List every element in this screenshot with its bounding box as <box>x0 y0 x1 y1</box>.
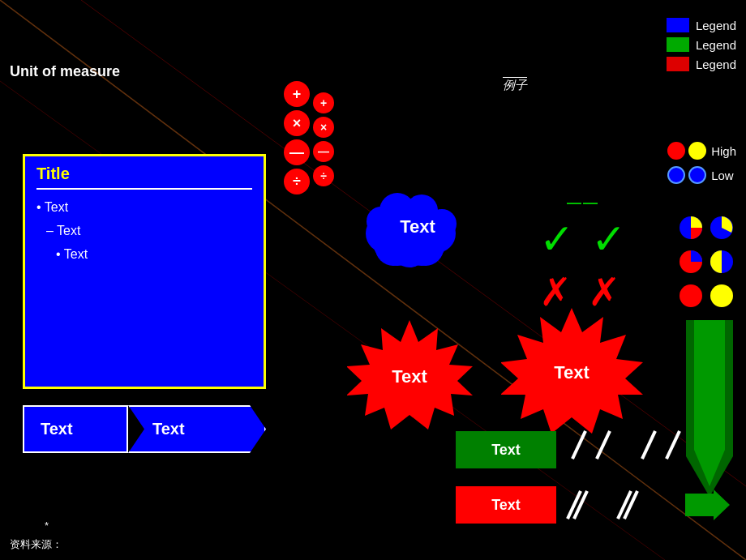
green-arrow-tall-svg <box>686 320 733 497</box>
checkmark-area: —— ✓ ✓ ✗ ✗ <box>539 195 627 312</box>
op-plus-1: + <box>284 81 310 107</box>
legend-color-red <box>667 57 689 71</box>
legend-label-green: Legend <box>696 38 736 52</box>
arrow-left-text: Text <box>41 420 73 438</box>
list-item-2: Text <box>36 220 252 243</box>
op-minus-1: — <box>284 139 310 165</box>
pie-chart-2 <box>709 215 735 241</box>
operators-container: + × — ÷ + × — ÷ <box>284 81 334 195</box>
blue-list-box: Title Text Text Text <box>23 154 266 389</box>
double-slash-right <box>623 489 632 520</box>
burst-right-container: Text <box>501 304 643 441</box>
blue-box-divider <box>36 188 252 190</box>
slash-4 <box>665 430 681 460</box>
list-item-1: Text <box>36 196 252 220</box>
pie-chart-3 <box>678 249 704 275</box>
green-arrow-small <box>685 489 730 524</box>
double-slashes-row <box>572 489 680 520</box>
green-dash: —— <box>539 195 627 212</box>
slash-1 <box>571 430 587 460</box>
checkmark-2: ✓ <box>591 218 627 260</box>
svg-text:Text: Text <box>392 366 427 387</box>
operators-col2: + × — ÷ <box>313 92 334 195</box>
pie-chart-1 <box>678 215 704 241</box>
pie-circles-container <box>678 215 735 309</box>
blue-box-title: Title <box>36 165 252 183</box>
arrow-right-section: Text <box>128 405 266 453</box>
list-item-3: Text <box>36 243 252 267</box>
legend-label-blue: Legend <box>696 19 736 32</box>
low-circle-blue1 <box>667 166 685 184</box>
low-circle-blue2 <box>688 166 706 184</box>
checkmark-1: ✓ <box>539 218 575 260</box>
pie-row-3 <box>678 283 735 309</box>
red-text-box: Text <box>456 486 556 524</box>
legend-item-blue: Legend <box>667 18 736 32</box>
slash-3 <box>641 430 657 460</box>
cloud-container: Text <box>349 177 487 277</box>
svg-point-19 <box>367 207 396 236</box>
legend-label-red: Legend <box>696 58 736 71</box>
svg-text:Text: Text <box>554 362 590 383</box>
gap-mid <box>621 430 631 460</box>
pie-chart-5 <box>678 283 704 309</box>
pie-chart-4 <box>709 249 735 275</box>
arrow-banner: Text Text <box>23 405 266 453</box>
unit-of-measure-label: Unit of measure <box>10 63 120 80</box>
arrow-right-text: Text <box>152 420 185 438</box>
green-arrow-tall <box>686 320 733 500</box>
op-times-2: × <box>313 117 334 138</box>
pie-row-2 <box>678 249 735 275</box>
high-circles <box>667 142 706 160</box>
op-div-2: ÷ <box>313 165 334 186</box>
legend-color-green <box>667 37 689 52</box>
high-circle-yellow <box>688 142 706 160</box>
op-minus-2: — <box>313 141 334 162</box>
blue-box-list: Text Text Text <box>36 196 252 266</box>
gap-mid2 <box>594 489 611 520</box>
svg-point-8 <box>710 284 733 307</box>
pie-chart-6 <box>709 283 735 309</box>
green-text-box: Text <box>456 431 556 468</box>
low-row: Low <box>667 166 736 184</box>
burst-left-shape: Text <box>347 316 473 434</box>
burst-right-shape: Text <box>501 304 643 438</box>
legend-container: Legend Legend Legend <box>667 18 736 71</box>
svg-point-7 <box>680 284 702 307</box>
high-label: High <box>711 144 736 158</box>
high-circle-red <box>667 142 685 160</box>
op-div-1: ÷ <box>284 169 310 195</box>
pie-row-1 <box>678 215 735 241</box>
high-row: High <box>667 142 736 160</box>
slash-lines-area <box>572 430 680 520</box>
low-label: Low <box>711 169 734 182</box>
source-label: 资料来源： <box>10 537 62 552</box>
single-slashes-row <box>572 430 680 460</box>
operators-col1: + × — ÷ <box>284 81 310 195</box>
legend-color-blue <box>667 18 689 32</box>
high-low-legend: High Low <box>667 142 736 184</box>
op-plus-2: + <box>313 92 334 113</box>
slash-2 <box>595 430 611 460</box>
green-box-label: Text <box>491 442 521 459</box>
burst-left-container: Text <box>347 316 473 437</box>
cloud-text: Text <box>400 216 435 237</box>
arrow-left-section: Text <box>23 405 128 453</box>
footnote-asterisk: * <box>45 519 49 532</box>
green-arrow-small-svg <box>685 489 730 520</box>
double-slash-left <box>572 489 582 520</box>
legend-item-red: Legend <box>667 57 736 71</box>
red-box-label: Text <box>491 497 521 514</box>
low-circles <box>667 166 706 184</box>
op-times-1: × <box>284 110 310 136</box>
chinese-label: 例子 <box>503 78 527 93</box>
legend-item-green: Legend <box>667 37 736 52</box>
checks-row: ✓ ✓ <box>539 218 627 260</box>
svg-marker-27 <box>685 489 730 520</box>
